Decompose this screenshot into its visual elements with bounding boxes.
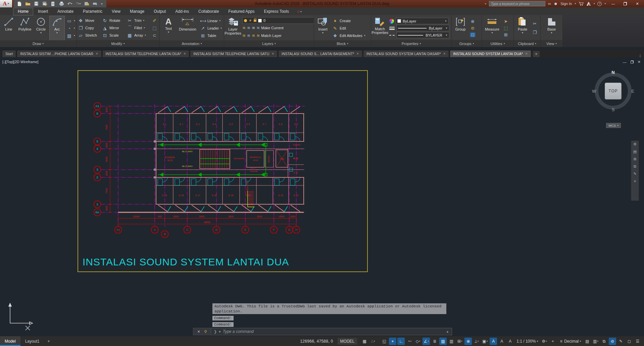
annotation-visibility-icon[interactable]: A (490, 338, 497, 345)
layer-thaw-icon[interactable]: ☀ (249, 18, 252, 23)
scale-button[interactable]: ⊡Scale (102, 32, 126, 39)
selection-cycling-icon[interactable]: ▥ (448, 338, 455, 345)
hardware-acceleration-icon[interactable]: ⊘ (609, 338, 616, 345)
group-button[interactable]: Group (453, 16, 468, 40)
layer-walk-icon[interactable]: ≋ (247, 33, 250, 38)
layer-thaw-all-icon[interactable]: ≋ (252, 33, 255, 38)
layer-selector[interactable]: ☀ 0 ▼ (242, 17, 321, 24)
viewcube-top-face[interactable]: TOP (605, 83, 622, 99)
sign-in-button[interactable]: Sign In (560, 2, 572, 6)
stretch-button[interactable]: ▱Stretch (78, 32, 101, 39)
line-button[interactable]: Line (1, 16, 16, 40)
layout1-tab[interactable]: Layout1 (20, 336, 44, 346)
layer-lock-icon[interactable]: ≋ (256, 26, 260, 30)
close-tab-icon[interactable]: ✕ (525, 52, 528, 55)
rectangle-tool-icon[interactable]: ▭▾ (66, 17, 75, 25)
tab-overflow-icon[interactable]: ⌄⌄ (639, 54, 641, 57)
file-tab[interactable]: INSTALASI SOUND SYSTEM LANTAI DASAR*✕ (363, 50, 449, 57)
rotate-button[interactable]: ↻Rotate (102, 17, 126, 24)
copy-clip-icon[interactable]: ❐ (532, 30, 538, 35)
batch-plot-icon[interactable] (92, 1, 98, 6)
panel-label-properties[interactable]: Properties▾ (371, 40, 451, 47)
move-button[interactable]: ✥Move (78, 17, 101, 24)
infer-constraints-icon[interactable]: ◱ (381, 338, 388, 345)
paste-button[interactable]: Paste▼ (515, 16, 530, 40)
palette-markup-icon[interactable]: ✎ (633, 172, 636, 176)
palette-blocks-icon[interactable]: ⊞ (633, 157, 636, 161)
viewcube-east[interactable]: E (631, 89, 634, 94)
trim-extend-icon[interactable]: ✎ (617, 338, 625, 345)
units-select[interactable]: ≡Decimal▾ (557, 338, 583, 345)
isolate-objects-icon[interactable]: ＋ (549, 338, 556, 345)
palette-properties-icon[interactable]: ⚙ (633, 142, 637, 146)
measure-button[interactable]: Measure▼ (483, 16, 501, 40)
match-layer-button[interactable]: Match Layer (261, 34, 282, 38)
panel-label-annotation[interactable]: Annotation▾ (160, 40, 224, 47)
new-drawing-tab-button[interactable]: + (533, 51, 540, 57)
layer-color-swatch[interactable] (258, 19, 262, 23)
new-file-icon[interactable] (17, 1, 22, 6)
dynamic-ucs-icon[interactable]: ⟂▾ (473, 338, 480, 345)
search-input[interactable] (489, 1, 545, 6)
close-tab-icon[interactable]: ✕ (356, 52, 359, 55)
search-expander-icon[interactable]: ▸ (485, 2, 486, 5)
mirror-button[interactable]: ◮Mirror (102, 24, 126, 32)
account-caret-icon[interactable]: ▾ (594, 2, 595, 5)
sign-in-caret-icon[interactable]: ▾ (575, 2, 576, 5)
quick-properties-icon[interactable]: ▤ (584, 338, 591, 345)
sheet-set-icon[interactable] (84, 1, 89, 6)
file-tab[interactable]: INSTALASI SOUND S... LANTAI BASEMENT*✕ (278, 50, 362, 57)
linetype-select[interactable]: BYLAYER▼ (396, 32, 449, 38)
file-tab-start[interactable]: Start (2, 50, 16, 57)
tab-home[interactable]: Home (13, 8, 33, 15)
save-icon[interactable] (34, 1, 39, 6)
drawing-canvas[interactable]: [-][Top][2D Wireframe] — ✕ 3025 7500 200… (0, 57, 644, 336)
transparency-toggle-icon[interactable]: ▨ (439, 338, 447, 345)
open-folder-icon[interactable] (25, 1, 31, 6)
arc-button[interactable]: Arc ▼ (50, 16, 64, 40)
lineweight-select[interactable]: ByLayer▼ (396, 25, 449, 31)
restore-button[interactable] (621, 1, 630, 7)
object-isolation-icon[interactable]: ⧉ (600, 338, 608, 345)
layer-unlock-icon[interactable] (254, 19, 256, 22)
quick-calculator-icon[interactable]: ⊞ (503, 32, 509, 37)
tab-annotate[interactable]: Annotate (53, 8, 78, 15)
group-edit-icon[interactable]: ⊜ (470, 26, 476, 31)
linear-dimension-button[interactable]: ⟷Linear▾ (200, 17, 222, 25)
object-color-select[interactable]: ByLayer▼ (396, 18, 449, 24)
new-layout-button[interactable]: + (44, 336, 53, 346)
viewcube-west[interactable]: W (592, 89, 596, 94)
autocad-logo-icon[interactable]: A▼ (0, 0, 12, 7)
palette-xref-icon[interactable]: ⧉ (634, 164, 636, 169)
command-line[interactable]: ✕ ⚲ ❯ ▾ Type a command ▲ (193, 328, 452, 335)
tab-view[interactable]: View (107, 8, 125, 15)
viewport-controls[interactable]: [-][Top][2D Wireframe] (2, 60, 39, 64)
close-tab-icon[interactable]: ✕ (184, 52, 186, 55)
cut-icon[interactable]: ✂ (532, 21, 538, 26)
tab-parametric[interactable]: Parametric (79, 8, 107, 15)
make-current-button[interactable]: Make Current (261, 26, 284, 30)
close-tab-icon[interactable]: ✕ (443, 52, 446, 55)
grid-toggle-icon[interactable]: ▦ (361, 338, 368, 345)
selection-filtering-icon[interactable]: ▣▾ (481, 338, 489, 345)
file-tab[interactable]: INSTALASI SISTIM TELEPHONE LANTAI SATU✕ (190, 50, 278, 57)
command-input-field[interactable]: ❯ ▾ Type a command ▲ (211, 328, 452, 335)
redo-icon[interactable]: ↷▾ (76, 1, 81, 6)
annotation-scale-sync-icon[interactable]: A (506, 338, 514, 345)
lineweight-toggle-icon[interactable]: ≣ (431, 338, 438, 345)
panel-label-modify[interactable]: Modify▾ (77, 40, 159, 47)
ortho-mode-icon[interactable]: ∟ (397, 338, 405, 345)
plot-icon[interactable] (59, 1, 64, 6)
annotation-scale-select[interactable]: 1:1 / 100%▾ (515, 339, 540, 344)
app-store-cart-icon[interactable] (579, 1, 584, 6)
panel-label-block[interactable]: Block▾ (314, 40, 371, 47)
ribbon-display-toggle-icon[interactable]: ⊙▾ (294, 10, 304, 15)
layer-unisolate-icon[interactable]: ≋ (242, 33, 246, 38)
viewcube[interactable]: N S W E TOP (591, 69, 635, 113)
select-similar-icon[interactable]: ⬚ (503, 26, 509, 31)
offset-icon[interactable]: ⊂ (152, 32, 157, 39)
close-command-icon[interactable]: ✕ (197, 330, 200, 334)
graphics-performance-icon[interactable]: ▥▾ (592, 338, 599, 345)
file-tab[interactable]: INSTALASI SISTIM ...PHONE LANTAI DASAR✕ (17, 50, 101, 57)
autodesk-account-icon[interactable] (586, 2, 591, 6)
